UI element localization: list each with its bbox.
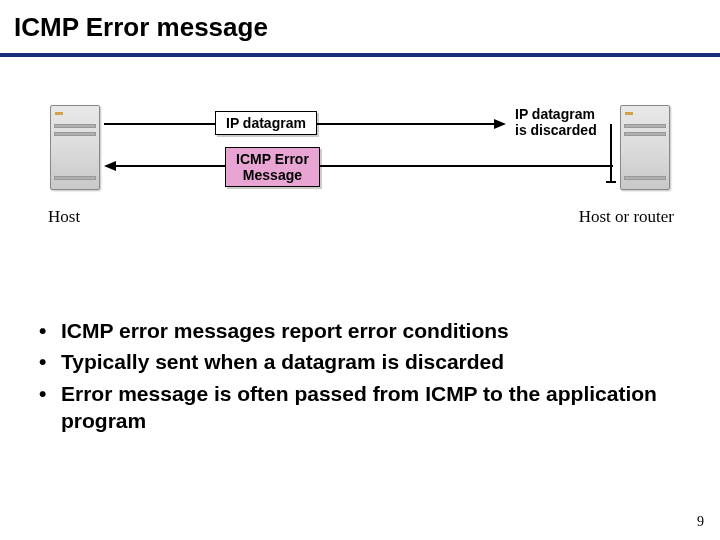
icmp-error-line1: ICMP Error bbox=[236, 151, 309, 167]
ip-datagram-box: IP datagram bbox=[215, 111, 317, 135]
ip-datagram-text: IP datagram bbox=[226, 115, 306, 131]
list-item: ICMP error messages report error conditi… bbox=[25, 315, 685, 346]
discarded-line2: is discarded bbox=[515, 122, 597, 138]
slide-title: ICMP Error message bbox=[0, 0, 720, 49]
page-number: 9 bbox=[697, 514, 704, 530]
host-right-label: Host or router bbox=[579, 207, 674, 227]
icmp-error-box: ICMP Error Message bbox=[225, 147, 320, 187]
title-underline bbox=[0, 53, 720, 57]
arrow-head-right-icon bbox=[494, 119, 506, 129]
list-item: Error message is often passed from ICMP … bbox=[25, 378, 685, 437]
discard-drop-tick bbox=[606, 181, 616, 183]
list-item: Typically sent when a datagram is discar… bbox=[25, 346, 685, 377]
host-right-icon bbox=[620, 105, 670, 190]
arrow-icmp-error bbox=[116, 165, 613, 167]
host-left-label: Host bbox=[48, 207, 80, 227]
discard-drop-line bbox=[610, 124, 612, 182]
diagram-area: Host Host or router IP datagram IP datag… bbox=[50, 95, 670, 265]
bullet-list: ICMP error messages report error conditi… bbox=[25, 315, 685, 436]
host-left-icon bbox=[50, 105, 100, 190]
icmp-error-line2: Message bbox=[236, 167, 309, 183]
discarded-label: IP datagram is discarded bbox=[515, 106, 597, 138]
arrow-head-left-icon bbox=[104, 161, 116, 171]
discarded-line1: IP datagram bbox=[515, 106, 597, 122]
